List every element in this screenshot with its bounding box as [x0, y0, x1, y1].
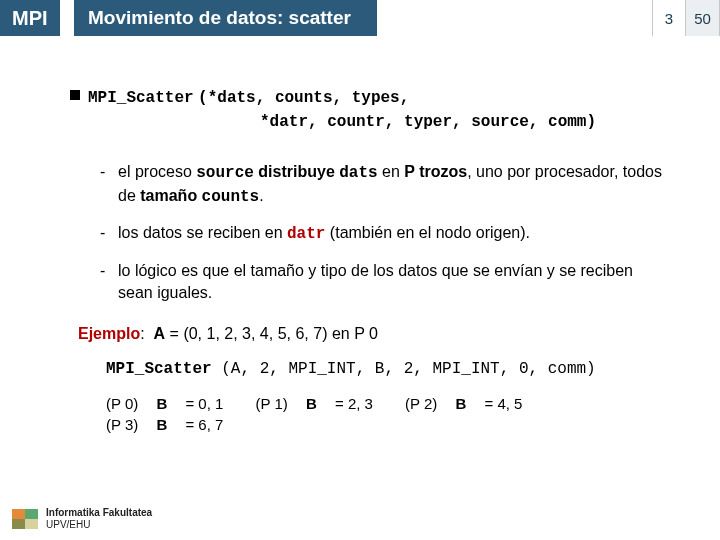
dash-icon: - [100, 222, 118, 246]
faculty-name: Informatika Fakultatea [46, 507, 152, 519]
result-p1: (P 1) B = 2, 3 [256, 395, 387, 412]
footer: Informatika Fakultatea UPV/EHU [12, 507, 152, 530]
example-call: MPI_Scatter (A, 2, MPI_INT, B, 2, MPI_IN… [106, 359, 670, 381]
desc-item-1: - el proceso source distribuye dats en P… [100, 161, 670, 208]
dash-icon: - [100, 260, 118, 303]
slide-content: MPI_Scatter (*dats, counts, types, *datr… [0, 36, 720, 435]
var-b: B [306, 395, 317, 412]
description-list: - el proceso source distribuye dats en P… [100, 161, 670, 303]
header-prefix: MPI [0, 0, 60, 36]
header-separator [60, 0, 74, 36]
fn-args-line2: *datr, countr, typer, source, comm) [260, 113, 596, 131]
proc-label: (P 3) [106, 416, 142, 433]
proc-label: (P 1) [256, 395, 292, 412]
var-b: B [456, 395, 467, 412]
dash-icon: - [100, 161, 118, 208]
example-results: (P 0) B = 0, 1 (P 1) B = 2, 3 (P 2) B = … [106, 394, 670, 435]
kw-ptrozos: P trozos [404, 163, 467, 180]
setup-values: = (0, 1, 2, 3, 4, 5, 6, 7) en P 0 [165, 325, 378, 342]
text: el proceso [118, 163, 196, 180]
result-p3: (P 3) B = 6, 7 [106, 416, 237, 433]
header-spacer [377, 0, 652, 36]
kw-dats: dats [339, 164, 377, 182]
slide-title: Movimiento de datos: scatter [74, 0, 377, 36]
var-b: B [156, 416, 167, 433]
text: distribuye [254, 163, 339, 180]
kw-counts: counts [202, 188, 260, 206]
text: . [259, 187, 263, 204]
function-signature: MPI_Scatter (*dats, counts, types, *datr… [70, 86, 670, 133]
text: (también en el nodo origen). [325, 224, 530, 241]
page-current: 3 [652, 0, 686, 36]
text: los datos se reciben en [118, 224, 287, 241]
fn-open: ( [198, 89, 208, 107]
desc-item-3: - lo lógico es que el tamaño y tipo de l… [100, 260, 670, 303]
var-b: B [156, 395, 167, 412]
example-label: Ejemplo [78, 325, 140, 342]
example-heading: Ejemplo: A = (0, 1, 2, 3, 4, 5, 6, 7) en… [78, 323, 670, 345]
values: = 0, 1 [181, 395, 223, 412]
values: = 6, 7 [181, 416, 223, 433]
text: en [378, 163, 405, 180]
page-total: 50 [686, 0, 720, 36]
call-args: A, 2, MPI_INT, B, 2, MPI_INT, 0, comm) [231, 360, 596, 378]
result-p0: (P 0) B = 0, 1 [106, 395, 237, 412]
kw-tamano: tamaño [140, 187, 201, 204]
call-open: ( [221, 360, 231, 378]
university-logo-icon [12, 509, 38, 529]
colon: : [140, 325, 144, 342]
proc-label: (P 2) [405, 395, 441, 412]
example-block: Ejemplo: A = (0, 1, 2, 3, 4, 5, 6, 7) en… [78, 323, 670, 435]
values: = 4, 5 [480, 395, 522, 412]
square-bullet-icon [70, 90, 80, 100]
text: lo lógico es que el tamaño y tipo de los… [118, 260, 670, 303]
university-name: UPV/EHU [46, 519, 152, 531]
fn-name: MPI_Scatter [88, 89, 194, 107]
var-a: A [154, 325, 166, 342]
kw-source: source [196, 164, 254, 182]
desc-item-2: - los datos se reciben en datr (también … [100, 222, 670, 246]
kw-datr: datr [287, 225, 325, 243]
footer-text: Informatika Fakultatea UPV/EHU [46, 507, 152, 530]
proc-label: (P 0) [106, 395, 142, 412]
fn-args-line1: *dats, counts, types, [208, 89, 410, 107]
result-p2: (P 2) B = 4, 5 [405, 395, 536, 412]
call-fn-name: MPI_Scatter [106, 360, 212, 378]
values: = 2, 3 [331, 395, 373, 412]
slide-header: MPI Movimiento de datos: scatter 3 50 [0, 0, 720, 36]
